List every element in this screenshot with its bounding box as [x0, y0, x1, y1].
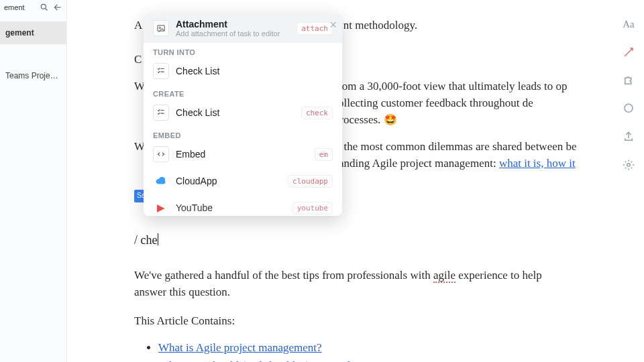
svg-point-3: [625, 104, 633, 112]
p1-tail: nt methodology.: [343, 19, 417, 32]
p2-frag: C: [134, 53, 142, 66]
close-icon[interactable]: ×: [329, 19, 337, 31]
toc-item-1: What is Agile project management?: [158, 340, 577, 357]
toc-list: What is Agile project management? When y…: [134, 340, 577, 362]
collapse-icon[interactable]: [53, 3, 62, 12]
option-turn-checklist-title: Check List: [176, 66, 333, 76]
svg-point-6: [159, 27, 160, 28]
share-icon[interactable]: [622, 130, 635, 143]
slash-command-popup: × Attachment Add attachment of task to e…: [144, 13, 342, 216]
option-attachment[interactable]: Attachment Add attachment of task to edi…: [144, 13, 342, 43]
option-youtube-tag: youtube: [292, 202, 333, 215]
toc-heading: This Article Contains:: [134, 313, 577, 330]
sidebar-header-label: ement: [4, 3, 36, 11]
settings-icon[interactable]: [622, 158, 635, 172]
option-create-checklist-title: Check List: [176, 107, 294, 118]
puzzle-icon[interactable]: [622, 74, 635, 87]
svg-point-0: [41, 4, 46, 9]
option-youtube[interactable]: ▶ YouTube youtube: [144, 194, 342, 216]
option-embed[interactable]: Embed em: [144, 141, 342, 168]
youtube-icon: ▶: [153, 200, 169, 216]
what-it-is-link[interactable]: what it is, how it: [499, 157, 576, 170]
image-icon: [153, 20, 169, 36]
left-sidebar: ement gement Teams Project…: [0, 0, 67, 362]
p4-mid1: , the most common dilemmas are shared be…: [338, 140, 576, 153]
option-attachment-sub: Add attachment of task to editor: [176, 29, 290, 38]
checklist-icon: [153, 63, 169, 79]
sidebar-item-teams-project[interactable]: Teams Project…: [0, 64, 66, 87]
option-attachment-tag: attach: [297, 22, 333, 35]
slash-text: / che: [134, 233, 157, 247]
option-create-checklist-tag: check: [301, 107, 333, 119]
comment-icon[interactable]: [622, 102, 635, 115]
p4-mid2: rstanding Agile project management:: [327, 157, 499, 170]
p1-frag: A: [134, 19, 142, 32]
magic-wand-icon[interactable]: [622, 46, 635, 59]
p3-mid2: , collecting customer feedback throughou…: [327, 97, 533, 109]
section-turn-into: TURN INTO: [144, 43, 342, 58]
p3-mid1: rom a 30,000-foot view that ultimately l…: [338, 80, 567, 93]
option-youtube-title: YouTube: [176, 202, 286, 213]
option-turn-checklist[interactable]: Check List: [144, 58, 342, 84]
right-rail: Aa: [613, 0, 644, 362]
section-embed: EMBED: [144, 126, 342, 141]
option-cloudapp-title: CloudApp: [176, 176, 281, 186]
option-attachment-title: Attachment: [176, 19, 290, 29]
star-struck-emoji: 🤩: [384, 114, 397, 125]
spellcheck-agile[interactable]: agile: [433, 269, 455, 283]
option-embed-title: Embed: [176, 149, 308, 160]
svg-line-1: [46, 9, 48, 11]
section-create: CREATE: [144, 84, 342, 99]
option-cloudapp-tag: cloudapp: [288, 175, 333, 188]
svg-point-4: [627, 164, 631, 167]
checklist-icon: [153, 105, 169, 121]
search-icon[interactable]: [40, 3, 49, 12]
option-create-checklist[interactable]: Check List check: [144, 99, 342, 126]
sidebar-header: ement: [0, 0, 66, 15]
text-cursor: [158, 233, 158, 245]
toc-link-when-use[interactable]: When you should (and shouldn't) use Agil…: [158, 359, 451, 362]
slash-command-line[interactable]: / che: [134, 231, 577, 249]
paragraph-5: We've gathered a handful of the best tip…: [134, 267, 577, 300]
toc-link-what-is[interactable]: What is Agile project management?: [158, 341, 322, 354]
toc-item-2: When you should (and shouldn't) use Agil…: [158, 358, 577, 362]
option-embed-tag: em: [315, 148, 333, 161]
cloudapp-icon: [153, 173, 169, 189]
option-cloudapp[interactable]: CloudApp cloudapp: [144, 168, 342, 194]
p5-pre: We've gathered a handful of the best tip…: [134, 269, 433, 282]
sidebar-item-selected[interactable]: gement: [0, 21, 66, 44]
typography-icon[interactable]: Aa: [622, 17, 635, 31]
embed-icon: [153, 146, 169, 162]
